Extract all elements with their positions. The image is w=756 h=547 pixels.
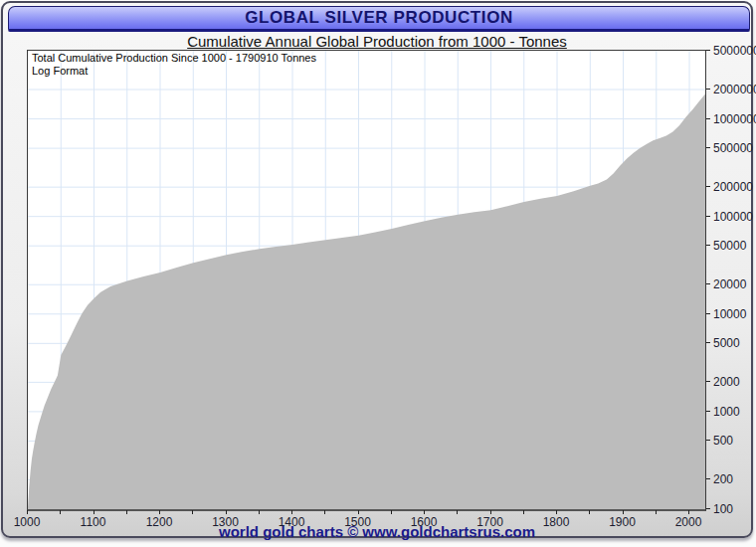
x-axis-tick [523, 510, 524, 514]
y-axis-label: 2000 [713, 375, 740, 389]
y-axis-label: 5000 [713, 336, 740, 350]
x-axis-tick [623, 510, 624, 514]
y-axis-label: 1000000 [713, 112, 756, 126]
y-axis-label: 50000 [713, 239, 746, 253]
y-axis-tick [706, 440, 710, 441]
y-axis-label: 100 [713, 502, 733, 516]
x-axis-tick [391, 510, 392, 514]
page-title: GLOBAL SILVER PRODUCTION [245, 8, 513, 28]
production-area-series [28, 94, 705, 510]
x-axis-tick [589, 510, 590, 514]
y-axis-label: 10000 [713, 307, 746, 321]
y-axis-label: 5000000 [713, 44, 756, 58]
y-axis-tick [706, 283, 710, 284]
y-axis-tick [706, 186, 710, 187]
x-axis-tick [259, 510, 260, 514]
title-bar: GLOBAL SILVER PRODUCTION [8, 6, 750, 32]
y-axis-label: 500000 [713, 141, 753, 155]
y-axis-label: 20000 [713, 277, 746, 291]
y-axis-tick [706, 342, 710, 343]
x-axis-tick [656, 510, 657, 514]
y-axis-label: 1000 [713, 405, 740, 419]
y-axis-tick [706, 50, 710, 51]
x-axis-tick [94, 510, 94, 514]
x-axis-tick [358, 510, 359, 514]
x-axis-tick [291, 510, 292, 514]
x-axis-tick [556, 510, 557, 514]
y-axis-tick [706, 313, 710, 314]
y-axis-label: 100000 [713, 210, 753, 224]
y-axis-tick [706, 147, 710, 148]
chart-annotation: Total Cumulative Production Since 1000 -… [32, 52, 316, 78]
annotation-total-line: Total Cumulative Production Since 1000 -… [32, 52, 316, 65]
page-frame: GLOBAL SILVER PRODUCTION Cumulative Annu… [1, 1, 753, 538]
y-axis-tick [706, 478, 710, 479]
y-axis-label: 2000000 [713, 83, 756, 96]
y-axis-tick [706, 245, 710, 246]
x-axis-tick [126, 510, 127, 514]
y-axis-tick [706, 118, 710, 119]
x-axis-tick [324, 510, 325, 514]
y-axis-label: 500 [713, 434, 733, 448]
y-axis-tick [706, 216, 710, 217]
x-axis-tick [60, 510, 61, 514]
x-axis-tick [192, 510, 193, 514]
x-axis-tick [688, 510, 689, 514]
x-axis-tick [424, 510, 425, 514]
x-axis-tick [226, 510, 227, 514]
plot-area [27, 50, 706, 511]
chart-subtitle: Cumulative Annual Global Production from… [3, 33, 751, 50]
x-axis-tick [159, 510, 160, 514]
y-axis-label: 200 [713, 472, 733, 486]
cumulative-production-chart [28, 51, 705, 509]
x-axis-tick [27, 510, 28, 514]
y-axis-tick [706, 411, 710, 412]
y-axis-tick [706, 89, 710, 90]
annotation-scale-line: Log Format [32, 65, 316, 78]
y-axis-tick [706, 508, 710, 509]
x-axis-tick [490, 510, 491, 514]
footer-credit: world gold charts © www.goldchartsrus.co… [3, 523, 751, 540]
y-axis-tick [706, 381, 710, 382]
x-axis-tick [457, 510, 458, 514]
y-axis-label: 200000 [713, 180, 753, 194]
